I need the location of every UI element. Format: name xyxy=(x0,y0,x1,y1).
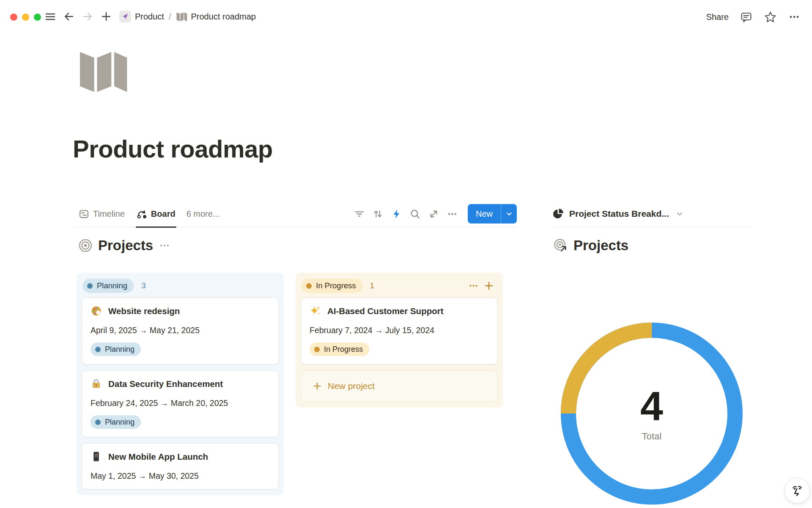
ai-assistant-button[interactable] xyxy=(785,478,810,503)
new-project-label: New project xyxy=(328,381,375,391)
sort-icon[interactable] xyxy=(370,206,386,221)
lock-icon xyxy=(91,378,102,389)
column-count: 1 xyxy=(370,281,375,290)
chart-view-selector-label: Project Status Breakd... xyxy=(569,209,669,219)
card-title: Data Security Enhancement xyxy=(108,379,223,389)
more-icon[interactable] xyxy=(445,206,460,221)
board: Planning 3 Website redesign April 9, 202… xyxy=(77,273,503,495)
project-card[interactable]: New Mobile App Launch May 1, 2025 → May … xyxy=(82,443,279,489)
filter-icon[interactable] xyxy=(352,206,367,221)
breadcrumb: Product / Product roadmap xyxy=(119,11,256,22)
minimize-window-button[interactable] xyxy=(22,14,29,21)
card-dates: April 9, 2025 → May 21, 2025 xyxy=(91,326,270,335)
new-button[interactable]: New xyxy=(468,204,501,224)
breadcrumb-team[interactable]: Product xyxy=(135,12,164,22)
tab-board[interactable]: Board xyxy=(132,201,181,227)
column-status-pill[interactable]: Planning xyxy=(82,279,134,293)
close-window-button[interactable] xyxy=(10,14,17,21)
back-arrow-icon[interactable] xyxy=(61,8,77,25)
new-project-button[interactable]: New project xyxy=(301,370,498,402)
teamspace-dart-icon[interactable] xyxy=(119,11,131,22)
chart-view-selector[interactable]: Project Status Breakd... xyxy=(552,201,753,227)
project-card[interactable]: AI-Based Customer Support February 7, 20… xyxy=(301,298,498,364)
linked-target-arrow-icon xyxy=(554,239,568,252)
map-icon xyxy=(176,11,187,22)
section-more-icon[interactable] xyxy=(159,240,170,251)
target-icon xyxy=(79,239,92,252)
card-status-tag: Planning xyxy=(91,415,141,429)
pie-chart-icon xyxy=(552,208,564,220)
tab-timeline[interactable]: Timeline xyxy=(74,201,130,227)
hamburger-icon[interactable] xyxy=(42,8,58,25)
sparkles-icon xyxy=(310,305,321,317)
tab-timeline-label: Timeline xyxy=(93,209,125,219)
breadcrumb-page[interactable]: Product roadmap xyxy=(191,12,256,22)
new-button-group: New xyxy=(468,204,517,224)
column-status-pill[interactable]: In Progress xyxy=(302,279,362,293)
tabs-more[interactable]: 6 more... xyxy=(182,209,224,219)
timeline-view-icon xyxy=(79,209,89,219)
board-view-icon xyxy=(137,209,147,219)
card-status-tag: Planning xyxy=(91,342,141,356)
chevron-down-icon xyxy=(675,209,685,219)
column-add-icon[interactable] xyxy=(483,279,495,292)
status-dot xyxy=(95,420,101,425)
expand-icon[interactable] xyxy=(426,206,442,221)
more-icon[interactable] xyxy=(788,11,800,23)
mobile-phone-icon xyxy=(91,451,102,462)
page-map-icon[interactable] xyxy=(77,49,129,97)
project-card[interactable]: Data Security Enhancement February 24, 2… xyxy=(82,370,279,437)
project-card[interactable]: Website redesign April 9, 2025 → May 21,… xyxy=(82,298,279,364)
board-column-in-progress: In Progress 1 AI-Based Customer Support xyxy=(296,273,503,408)
column-name: Planning xyxy=(97,281,127,290)
status-dot xyxy=(87,283,93,289)
card-title: AI-Based Customer Support xyxy=(327,306,444,316)
page-title[interactable]: Product roadmap xyxy=(73,135,273,163)
status-dot xyxy=(314,347,320,352)
card-title: Website redesign xyxy=(108,306,180,316)
card-title: New Mobile App Launch xyxy=(108,452,208,462)
chart-section-title[interactable]: Projects xyxy=(573,237,628,254)
window-controls[interactable] xyxy=(10,14,41,21)
status-dot xyxy=(95,347,101,352)
forward-arrow-icon[interactable] xyxy=(80,8,96,25)
search-icon[interactable] xyxy=(408,206,423,221)
automation-lightning-icon[interactable] xyxy=(389,206,404,221)
column-name: In Progress xyxy=(316,281,356,290)
card-status-tag: In Progress xyxy=(310,342,369,356)
column-more-icon[interactable] xyxy=(467,279,480,292)
status-dot xyxy=(306,283,312,289)
share-button[interactable]: Share xyxy=(706,12,729,22)
zoom-window-button[interactable] xyxy=(34,14,41,21)
ai-face-icon xyxy=(790,483,805,498)
board-column-planning: Planning 3 Website redesign April 9, 202… xyxy=(77,273,284,495)
view-toolbar: Timeline Board 6 more... New xyxy=(73,201,517,227)
card-dates: February 7, 2024 → July 15, 2024 xyxy=(310,326,489,335)
donut-chart[interactable]: 4 Total xyxy=(559,320,745,507)
breadcrumb-separator: / xyxy=(169,12,171,22)
palette-icon xyxy=(91,305,102,317)
comment-icon[interactable] xyxy=(740,11,752,23)
star-icon[interactable] xyxy=(764,11,777,24)
new-page-plus-icon[interactable] xyxy=(98,8,114,25)
new-button-chevron[interactable] xyxy=(501,204,517,224)
card-dates: May 1, 2025 → May 30, 2025 xyxy=(91,471,270,481)
board-section-title[interactable]: Projects xyxy=(98,237,153,254)
donut-svg[interactable] xyxy=(559,320,745,507)
tab-board-label: Board xyxy=(151,209,176,219)
column-count: 3 xyxy=(141,281,146,290)
card-dates: February 24, 2025 → March 20, 2025 xyxy=(91,398,270,408)
